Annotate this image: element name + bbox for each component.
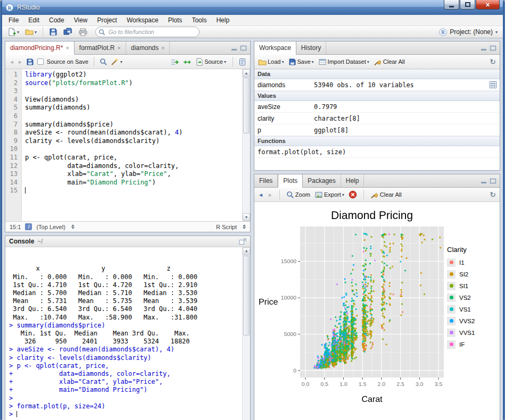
tab-help[interactable]: Help <box>341 174 365 187</box>
object-name: aveSize <box>258 103 314 111</box>
maximize-pane-icon[interactable] <box>490 178 496 184</box>
file-type-selector[interactable]: R Script <box>216 224 237 230</box>
title-bar[interactable]: R RStudio × <box>2 0 503 15</box>
close-tab-icon[interactable]: × <box>118 45 121 51</box>
toolbar-separator <box>279 190 280 199</box>
save-all-button[interactable] <box>61 26 75 38</box>
updown-icon <box>71 224 74 229</box>
tab-history[interactable]: History <box>296 41 326 54</box>
code-area[interactable]: library(ggplot2)source("plots/formatPlot… <box>22 69 242 221</box>
project-selector[interactable]: R Project: (None) ▾ <box>437 27 500 37</box>
object-value: character[8] <box>314 115 496 122</box>
legend-key <box>447 293 456 302</box>
import-dataset-icon <box>318 58 327 66</box>
tab-workspace[interactable]: Workspace <box>254 41 296 55</box>
refresh-icon[interactable]: ↻ <box>490 57 496 66</box>
menu-tools[interactable]: Tools <box>187 15 211 26</box>
maximize-pane-icon[interactable] <box>490 45 496 51</box>
tab-files[interactable]: Files <box>254 174 278 187</box>
tab-packages[interactable]: Packages <box>303 174 341 187</box>
view-data-grid-icon[interactable] <box>490 81 496 88</box>
minimize-pane-icon[interactable] <box>231 45 238 51</box>
save-icon[interactable] <box>26 58 34 66</box>
nav-back-icon[interactable]: ◄ <box>9 59 14 65</box>
scrollbar-thumb[interactable] <box>243 78 250 133</box>
menu-file[interactable]: File <box>4 15 23 26</box>
source-on-save-checkbox[interactable] <box>37 58 44 65</box>
menu-code[interactable]: Code <box>44 15 69 26</box>
clear-all-label: Clear All <box>380 191 402 198</box>
menu-workspace[interactable]: Workspace <box>122 15 163 26</box>
workspace-row[interactable]: aveSize0.7979 <box>254 101 500 113</box>
maximize-button[interactable] <box>460 0 475 10</box>
scroll-up-button[interactable]: ▲ <box>243 247 250 255</box>
scope-selector[interactable]: (Top Level) <box>36 224 65 230</box>
workspace-row[interactable]: diamonds53940 obs. of 10 variables <box>254 79 500 91</box>
pane-buttons <box>477 174 500 187</box>
save-icon <box>49 28 57 36</box>
run-line-icon[interactable] <box>170 58 179 66</box>
broom-icon <box>370 191 379 199</box>
rstudio-logo-icon: R <box>5 3 14 12</box>
close-tab-icon[interactable]: × <box>65 45 69 51</box>
import-dataset-button[interactable]: Import Dataset ▾ <box>318 58 369 66</box>
close-button[interactable]: × <box>476 0 500 10</box>
console-header[interactable]: Console ~/ <box>5 236 250 247</box>
load-workspace-button[interactable]: Load ▾ <box>258 58 284 66</box>
editor-status-bar: 15:1 f (Top Level) R Script <box>5 221 250 232</box>
close-tab-icon[interactable]: × <box>161 45 164 51</box>
rerun-icon[interactable] <box>183 58 192 66</box>
menu-project[interactable]: Project <box>93 15 122 26</box>
legend-title: Clarity <box>447 246 499 254</box>
workspace-row[interactable]: claritycharacter[8] <box>254 113 500 124</box>
console-line: Min. : 0.000 Min. : 0.000 Min. : 0.000 <box>9 273 241 281</box>
scroll-down-button[interactable]: ▼ <box>243 213 250 221</box>
tab-diamonds[interactable]: diamonds× <box>126 41 170 54</box>
legend-dot <box>450 284 453 288</box>
source-button[interactable]: Source ▾ <box>195 58 227 66</box>
find-icon[interactable] <box>100 58 107 66</box>
menu-plots[interactable]: Plots <box>163 15 187 26</box>
broom-icon <box>374 58 382 66</box>
minimize-button[interactable] <box>444 0 459 10</box>
menu-view[interactable]: View <box>69 15 93 26</box>
scrollbar-thumb[interactable] <box>243 256 250 335</box>
load-label: Load <box>268 58 280 65</box>
remove-plot-button[interactable] <box>349 190 357 199</box>
open-new-window-button[interactable] <box>239 238 246 245</box>
workspace-row[interactable]: format.plot(plot, size) <box>254 146 500 158</box>
print-button[interactable] <box>77 26 89 38</box>
goto-file-input[interactable] <box>95 27 200 37</box>
minimize-pane-icon[interactable] <box>481 45 487 51</box>
open-file-button[interactable]: ▾ <box>23 26 39 38</box>
save-workspace-button[interactable]: Save ▾ <box>288 58 314 66</box>
maximize-pane-icon[interactable] <box>240 45 247 51</box>
compile-notebook-icon[interactable] <box>238 58 246 66</box>
editor-body[interactable]: 123456789101112131415 library(ggplot2)so… <box>5 69 250 221</box>
export-button[interactable]: Export ▾ <box>314 191 344 199</box>
zoom-button[interactable]: Zoom <box>286 191 310 199</box>
nav-forward-icon[interactable]: ► <box>18 59 23 65</box>
previous-plot-icon[interactable]: ◄ <box>258 192 263 198</box>
clear-all-button[interactable]: Clear All <box>374 58 405 66</box>
minimize-pane-icon[interactable] <box>481 178 487 184</box>
tab-formatplot-r[interactable]: formatPlot.R× <box>74 41 126 54</box>
clear-all-plots-button[interactable]: Clear All <box>370 191 402 199</box>
new-file-button[interactable]: ▾ <box>5 26 21 38</box>
next-plot-icon[interactable]: ► <box>268 192 273 198</box>
workspace-row[interactable]: pggplot[8] <box>254 124 500 136</box>
menu-help[interactable]: Help <box>211 15 234 26</box>
legend-dot <box>450 261 453 264</box>
tab-diamondpricing-r[interactable]: diamondPricing.R*× <box>5 41 74 55</box>
editor-scrollbar[interactable]: ▲ ▼ <box>242 69 250 221</box>
tab-plots[interactable]: Plots <box>278 174 303 188</box>
scroll-up-button[interactable]: ▲ <box>243 69 250 77</box>
console-body[interactable]: x y z Min. : 0.000 Min. : 0.000 Min. : 0… <box>5 247 250 420</box>
refresh-icon[interactable]: ↻ <box>490 190 496 199</box>
save-button[interactable] <box>47 26 60 38</box>
console-scrollbar[interactable]: ▲ ▼ <box>242 247 250 420</box>
code-tools-button[interactable]: ▾ <box>111 57 122 66</box>
menu-edit[interactable]: Edit <box>23 15 44 26</box>
console-line: + xlab="Carat", ylab="Price", <box>9 378 241 386</box>
console-line: Mean : 5.731 Mean : 5.735 Mean : 3.539 <box>9 297 241 305</box>
